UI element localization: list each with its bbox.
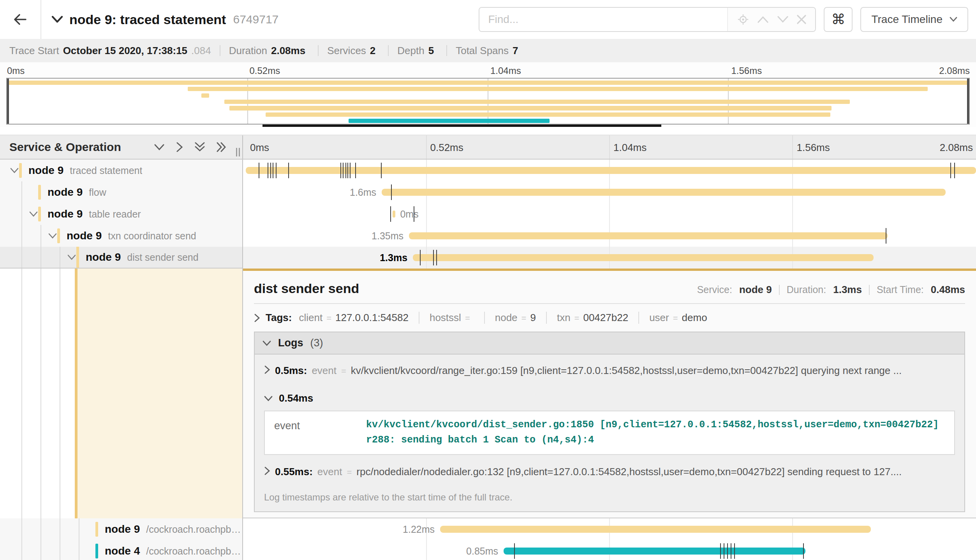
info-value: 5 bbox=[428, 45, 434, 57]
locate-icon[interactable] bbox=[737, 14, 749, 25]
span-duration-bar[interactable] bbox=[440, 526, 871, 533]
tag-key: user bbox=[649, 312, 669, 324]
span-row: node 9 traced statement bbox=[0, 160, 976, 181]
logs-footnote: Log timestamps are relative to the start… bbox=[264, 486, 955, 511]
trace-id: 6749717 bbox=[233, 13, 278, 26]
span-duration-bar[interactable] bbox=[413, 254, 874, 261]
expand-all-double-chevron-right-icon[interactable] bbox=[217, 142, 227, 152]
log-marker-tick bbox=[343, 163, 344, 178]
span-track[interactable]: 0.85ms bbox=[243, 540, 976, 560]
page-title: node 9: traced statement bbox=[69, 12, 226, 27]
minimap-span-bar bbox=[224, 100, 850, 104]
selected-span-highlight bbox=[78, 269, 242, 518]
service-name: node 4 bbox=[105, 545, 140, 557]
tag-item: node = 9 bbox=[484, 312, 546, 324]
span-detail-row: dist sender send Service:node 9 Duration… bbox=[0, 269, 976, 518]
log-marker-tick bbox=[803, 543, 804, 559]
logs-header[interactable]: Logs (3) bbox=[255, 332, 964, 355]
viewport-scrubber-right[interactable] bbox=[967, 79, 969, 124]
span-name-cell[interactable]: node 9 /cockroach.roachpb.I... bbox=[0, 518, 243, 540]
log-marker-tick bbox=[347, 163, 348, 178]
trace-view-selector[interactable]: Trace Timeline bbox=[860, 7, 968, 32]
minimap-span-bar bbox=[266, 112, 830, 117]
tick-label: 2.08ms bbox=[939, 65, 970, 76]
trace-info-item: Total Spans 7 bbox=[456, 45, 522, 57]
log-field-value[interactable]: kv/kvclient/kvcoord/dist_sender.go:1850 … bbox=[366, 418, 945, 448]
column-resize-grip[interactable] bbox=[236, 148, 240, 156]
clear-find-icon[interactable] bbox=[797, 15, 806, 24]
log-value: rpc/nodedialer/nodedialer.go:132 [n9,cli… bbox=[356, 466, 955, 478]
span-color-bar bbox=[19, 163, 22, 178]
expand-one-chevron-right-icon[interactable] bbox=[176, 142, 183, 152]
trace-info-item: Trace Start October 15 2020, 17:38:15.08… bbox=[9, 45, 211, 57]
span-duration-label: 1.22ms bbox=[403, 518, 435, 540]
back-arrow-icon bbox=[13, 13, 27, 26]
command-icon: ⌘ bbox=[831, 11, 845, 28]
expand-chevron-icon[interactable] bbox=[29, 211, 38, 217]
tags-row[interactable]: Tags: client = 127.0.0.1:54582 hostssl =… bbox=[254, 304, 965, 332]
span-track[interactable]: 1.6ms bbox=[243, 181, 976, 203]
separator bbox=[869, 285, 870, 295]
log-fields-card: event kv/kvclient/kvcoord/dist_sender.go… bbox=[264, 411, 955, 455]
span-name-cell[interactable]: node 9 flow bbox=[0, 181, 243, 203]
span-name-cell[interactable]: node 9 traced statement bbox=[0, 160, 243, 181]
minimap-span-bar bbox=[229, 106, 832, 110]
chevron-down-icon bbox=[950, 17, 957, 22]
span-track[interactable]: 1.3ms bbox=[243, 247, 976, 269]
minimap-tick-labels: 0ms 0.52ms 1.04ms 1.56ms 2.08ms bbox=[6, 65, 970, 78]
span-track[interactable]: 0ms bbox=[243, 203, 976, 225]
info-value: 2 bbox=[370, 45, 375, 57]
span-name-cell[interactable]: node 9 dist sender send bbox=[0, 247, 243, 269]
trace-info-item: Duration 2.08ms bbox=[229, 45, 309, 57]
log-row-expanded-header[interactable]: 0.54ms bbox=[264, 385, 955, 404]
collapse-one-chevron-down-icon[interactable] bbox=[154, 144, 164, 151]
info-label: Trace Start bbox=[9, 45, 59, 57]
trace-collapse-chevron-icon[interactable] bbox=[51, 15, 63, 24]
log-marker-tick bbox=[355, 163, 356, 178]
span-rows-top: node 9 traced statement node 9 flow 1.6m… bbox=[0, 160, 976, 269]
expand-chevron-icon[interactable] bbox=[48, 233, 57, 239]
operation-name: traced statement bbox=[70, 165, 142, 176]
span-rows-bottom: node 9 /cockroach.roachpb.I... 1.22ms no… bbox=[0, 518, 976, 560]
span-track[interactable]: 1.22ms bbox=[243, 518, 976, 540]
span-name-cell[interactable]: node 4 /cockroach.roachpb.I... bbox=[0, 540, 243, 560]
find-input[interactable] bbox=[479, 8, 727, 31]
span-name-cell[interactable]: node 9 txn coordinator send bbox=[0, 225, 243, 247]
back-button[interactable] bbox=[0, 0, 41, 39]
viewport-scrubber-left[interactable] bbox=[7, 79, 9, 124]
span-track[interactable]: 1.35ms bbox=[243, 225, 976, 247]
tag-key: txn bbox=[557, 312, 571, 324]
log-row[interactable]: 0.5ms: event = kv/kvclient/kvcoord/range… bbox=[264, 356, 955, 385]
service-name: node 9 bbox=[105, 523, 140, 535]
info-value: 7 bbox=[513, 45, 518, 57]
tick-label: 1.04ms bbox=[490, 65, 521, 76]
next-match-icon[interactable] bbox=[777, 16, 788, 23]
prev-match-icon[interactable] bbox=[758, 16, 768, 23]
span-duration-bar[interactable] bbox=[409, 232, 888, 239]
service-name: node 9 bbox=[86, 251, 121, 263]
span-color-bar bbox=[38, 207, 41, 221]
timeline-header: Service & Operation 0ms 0.52ms 1.04ms 1.… bbox=[0, 135, 976, 160]
log-marker-tick bbox=[420, 250, 421, 265]
span-name-cell[interactable]: node 9 table reader bbox=[0, 203, 243, 225]
chevron-right-icon bbox=[264, 365, 270, 374]
collapse-all-double-chevron-down-icon[interactable] bbox=[195, 142, 205, 152]
tag-key: hostssl bbox=[430, 312, 461, 324]
log-marker-tick bbox=[350, 163, 351, 178]
span-track[interactable] bbox=[243, 160, 976, 181]
log-marker-tick bbox=[954, 163, 955, 178]
expand-chevron-icon[interactable] bbox=[67, 254, 76, 260]
span-duration-bar[interactable] bbox=[393, 211, 396, 218]
expand-chevron-icon[interactable] bbox=[10, 167, 19, 174]
detail-title: dist sender send bbox=[254, 281, 359, 296]
span-row: node 4 /cockroach.roachpb.I... 0.85ms bbox=[0, 540, 976, 560]
meta-label: Duration: bbox=[787, 284, 826, 295]
log-row[interactable]: 0.55ms: event = rpc/nodedialer/nodediale… bbox=[264, 457, 955, 486]
span-duration-bar[interactable] bbox=[504, 548, 805, 555]
keyboard-shortcuts-button[interactable]: ⌘ bbox=[824, 7, 853, 32]
trace-view-label: Trace Timeline bbox=[871, 13, 943, 26]
minimap-canvas[interactable] bbox=[6, 78, 970, 125]
equals-sign: = bbox=[341, 366, 346, 376]
span-duration-bar[interactable] bbox=[382, 189, 946, 196]
span-color-bar bbox=[95, 544, 98, 558]
